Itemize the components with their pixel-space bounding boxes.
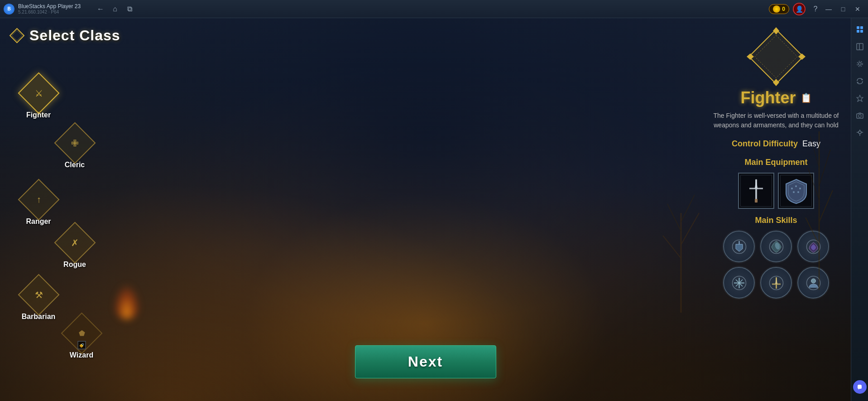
skill-slot-2[interactable]: [760, 231, 792, 262]
branch-decoration-far-right: [801, 109, 837, 292]
sidebar-icon-settings[interactable]: [853, 57, 867, 71]
svg-point-12: [791, 188, 793, 189]
sidebar-icon-location[interactable]: [853, 126, 867, 140]
svg-point-27: [769, 276, 783, 290]
skill-slot-4[interactable]: [723, 267, 755, 299]
class-item-fighter[interactable]: ⚔ Fighter: [18, 72, 59, 119]
coin-count: 0: [782, 6, 785, 12]
window-controls: — □ ✕: [822, 2, 864, 16]
svg-marker-30: [775, 277, 777, 284]
select-class-title: Select Class: [29, 27, 120, 44]
svg-point-22: [732, 276, 746, 290]
svg-line-35: [681, 213, 699, 245]
selected-class-name: Fighter: [741, 88, 796, 107]
help-icon[interactable]: ?: [809, 3, 822, 15]
svg-point-16: [797, 191, 799, 193]
fighter-title-row: Fighter 📋: [710, 88, 842, 107]
svg-line-40: [819, 190, 833, 222]
game-area: Select Class ⚔ Fighter ✙ Cleric ↑ Ranger: [0, 18, 851, 401]
svg-point-14: [799, 188, 801, 189]
svg-line-36: [667, 204, 681, 231]
svg-marker-54: [857, 95, 863, 101]
svg-rect-46: [857, 30, 859, 33]
nav-back-button[interactable]: ←: [94, 3, 107, 15]
class-item-rogue[interactable]: ✗ Rogue: [54, 222, 95, 269]
profile-avatar[interactable]: 👤: [793, 3, 806, 15]
svg-point-57: [858, 131, 861, 134]
branch-decoration-right: [654, 168, 708, 314]
equipment-slot-sword[interactable]: [738, 173, 774, 209]
skill-slot-5[interactable]: [760, 267, 792, 299]
titlebar: B BlueStacks App Player 23 5.21.660.1042…: [0, 0, 868, 18]
app-icon: B: [4, 4, 14, 14]
select-class-icon: [9, 28, 25, 43]
svg-rect-45: [860, 26, 863, 29]
svg-point-13: [795, 185, 797, 187]
discord-chat-button[interactable]: [853, 380, 867, 394]
svg-line-41: [808, 168, 819, 199]
sidebar-icon-refresh[interactable]: [853, 74, 867, 88]
nav-home-button[interactable]: ⌂: [109, 3, 121, 15]
svg-rect-48: [857, 43, 863, 50]
class-item-ranger[interactable]: ↑ Ranger: [18, 179, 59, 226]
svg-line-39: [806, 217, 819, 245]
svg-line-26: [736, 280, 743, 286]
control-difficulty-label: Control Difficulty: [732, 139, 798, 149]
class-item-barbarian[interactable]: ⚒ Barbarian: [18, 274, 59, 321]
svg-rect-11: [755, 199, 758, 203]
next-button[interactable]: Next: [355, 345, 496, 378]
bookmark-icon[interactable]: 📋: [801, 92, 812, 103]
coin-area[interactable]: 0: [769, 4, 789, 14]
lock-icon: 🔒: [78, 342, 85, 348]
svg-marker-10: [755, 179, 758, 188]
next-button-label: Next: [408, 353, 443, 370]
svg-rect-47: [860, 30, 863, 33]
svg-point-51: [857, 61, 863, 67]
nav-icons: ← ⌂ ⧉: [94, 3, 136, 15]
app-subtitle: 5.21.660.1042 · P64: [18, 10, 76, 14]
sidebar-icon-star[interactable]: [853, 92, 867, 105]
sidebar-icon-grid[interactable]: [853, 23, 867, 36]
svg-line-25: [736, 280, 743, 286]
svg-line-43: [810, 136, 819, 168]
minimize-button[interactable]: —: [822, 2, 835, 16]
class-item-cleric[interactable]: ✙ Cleric: [54, 122, 95, 169]
close-button[interactable]: ✕: [851, 2, 864, 16]
svg-point-15: [793, 191, 795, 193]
svg-point-56: [858, 115, 861, 117]
svg-rect-44: [857, 26, 859, 29]
skill-slot-1[interactable]: [723, 231, 755, 262]
svg-line-37: [681, 195, 695, 222]
select-class-header: Select Class: [9, 27, 120, 44]
sidebar-icon-camera[interactable]: [853, 109, 867, 122]
campfire-glow: [113, 283, 140, 319]
svg-point-19: [769, 240, 783, 253]
svg-point-17: [732, 240, 746, 253]
class-item-wizard[interactable]: ⬟ 🔒 Wizard: [61, 313, 102, 359]
svg-point-20: [774, 242, 781, 250]
nav-tabs-button[interactable]: ⧉: [123, 3, 136, 15]
coin-icon: [773, 5, 780, 13]
svg-marker-3: [755, 35, 797, 78]
app-title: BlueStacks App Player 23: [18, 3, 81, 10]
selected-class-diamond: [747, 27, 806, 86]
maximize-button[interactable]: □: [836, 2, 850, 16]
sidebar-icon-panel[interactable]: [853, 40, 867, 53]
svg-line-42: [819, 150, 830, 186]
svg-point-50: [858, 63, 861, 65]
svg-line-34: [663, 236, 681, 258]
right-sidebar: [851, 18, 868, 401]
